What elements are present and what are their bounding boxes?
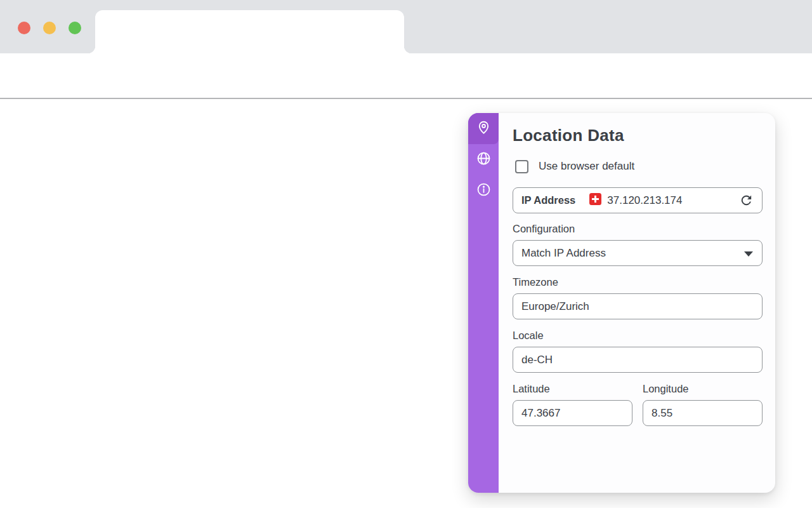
locale-input[interactable] <box>513 347 763 373</box>
longitude-field: Longitude <box>643 383 763 426</box>
tab-strip <box>0 0 812 53</box>
panel-sidebar <box>468 113 499 493</box>
ip-address-value: 37.120.213.174 <box>607 194 682 207</box>
ip-address-label: IP Address <box>521 194 575 206</box>
timezone-field: Timezone <box>513 276 763 319</box>
use-browser-default-checkbox[interactable] <box>515 160 528 173</box>
panel-title: Location Data <box>513 126 763 145</box>
window-controls <box>18 22 81 34</box>
browser-toolbar <box>0 53 812 99</box>
browser-tab[interactable] <box>95 10 404 53</box>
locale-field: Locale <box>513 330 763 373</box>
timezone-label: Timezone <box>513 276 763 288</box>
location-data-panel: Location Data Use browser default IP Add… <box>468 113 775 493</box>
configuration-field: Configuration Match IP Address <box>513 223 763 266</box>
sidebar-tab-location[interactable] <box>468 113 499 144</box>
globe-icon <box>476 150 492 169</box>
ip-address-box: IP Address 37.120.213.174 <box>513 187 763 213</box>
info-icon <box>476 182 492 200</box>
minimize-window-button[interactable] <box>43 22 56 34</box>
configuration-select[interactable]: Match IP Address <box>513 240 763 266</box>
timezone-input[interactable] <box>513 293 763 319</box>
latitude-input[interactable] <box>513 400 632 426</box>
latitude-field: Latitude <box>513 383 632 426</box>
panel-content: Location Data Use browser default IP Add… <box>499 113 775 493</box>
configuration-label: Configuration <box>513 223 763 235</box>
locale-label: Locale <box>513 330 763 342</box>
ip-refresh-button[interactable] <box>738 193 754 208</box>
latitude-label: Latitude <box>513 383 632 395</box>
longitude-input[interactable] <box>643 400 763 426</box>
coordinates-row: Latitude Longitude <box>513 383 763 426</box>
longitude-label: Longitude <box>643 383 763 395</box>
use-browser-default-row: Use browser default <box>515 159 763 174</box>
sidebar-tab-info[interactable] <box>468 175 499 206</box>
maximize-window-button[interactable] <box>69 22 81 34</box>
use-browser-default-label: Use browser default <box>539 160 634 173</box>
sidebar-tab-browser[interactable] <box>468 144 499 175</box>
switzerland-flag-icon <box>589 193 601 208</box>
close-window-button[interactable] <box>18 22 30 34</box>
location-pin-icon <box>476 119 492 138</box>
